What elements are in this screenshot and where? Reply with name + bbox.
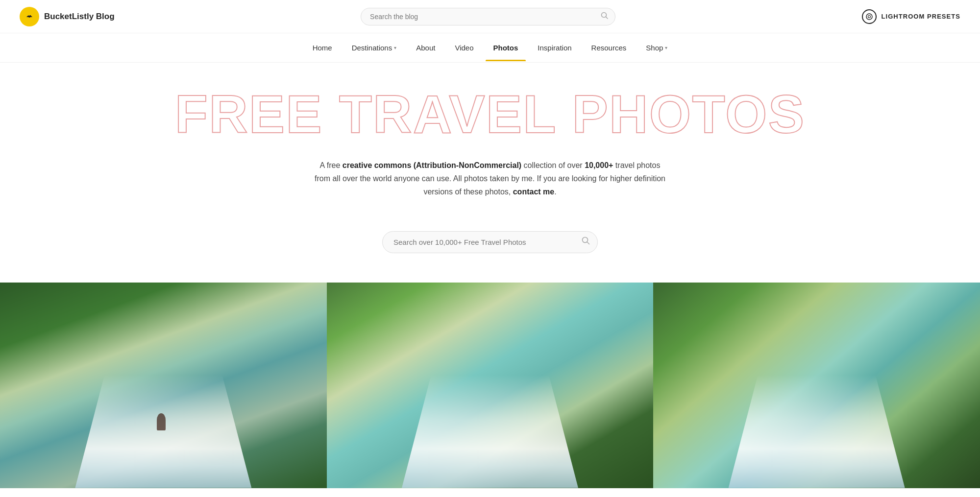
- main-nav: HomeDestinations▾AboutVideoPhotosInspira…: [0, 33, 980, 63]
- nav-item-about[interactable]: About: [408, 35, 443, 61]
- nav-item-inspiration[interactable]: Inspiration: [530, 35, 579, 61]
- shop-chevron-icon: ▾: [665, 45, 667, 50]
- svg-point-1: [30, 15, 31, 16]
- lightroom-label: LIGHTROOM PRESETS: [882, 13, 960, 20]
- lightroom-icon: [862, 9, 877, 24]
- nav-item-resources[interactable]: Resources: [584, 35, 635, 61]
- logo-text: BucketListly Blog: [44, 12, 115, 22]
- svg-point-4: [866, 14, 872, 20]
- photo-grid: [0, 283, 980, 488]
- photo-search-section: [0, 231, 980, 253]
- destinations-chevron-icon: ▾: [394, 45, 396, 50]
- lightroom-presets-link[interactable]: LIGHTROOM PRESETS: [862, 9, 960, 24]
- nav-item-shop[interactable]: Shop▾: [638, 35, 675, 61]
- photo-search-input[interactable]: [382, 231, 598, 253]
- svg-point-5: [868, 15, 870, 18]
- photo-cell-3[interactable]: [653, 283, 980, 488]
- hero-desc-bold1: creative commons (Attribution-NonCommerc…: [343, 161, 521, 169]
- logo[interactable]: BucketListly Blog: [20, 7, 115, 26]
- header-search-input[interactable]: [361, 8, 615, 25]
- photo-cell-2[interactable]: [327, 283, 654, 488]
- contact-me-link[interactable]: contact me: [513, 188, 554, 196]
- nav-item-video[interactable]: Video: [447, 35, 481, 61]
- nav-item-destinations[interactable]: Destinations▾: [344, 35, 405, 61]
- hero-desc-prefix: A free: [320, 161, 343, 169]
- hero-desc-bold2: 10,000+: [585, 161, 613, 169]
- header-search-wrap: [361, 8, 615, 25]
- photo-search-inner: [382, 231, 598, 253]
- hero-section: FREE TRAVEL PHOTOS A free creative commo…: [0, 63, 980, 231]
- hero-desc-end: .: [554, 188, 556, 196]
- hero-description: A free creative commons (Attribution-Non…: [314, 159, 666, 199]
- site-header: BucketListly Blog LIGHTROOM PRESETS: [0, 0, 980, 33]
- nav-item-home[interactable]: Home: [305, 35, 340, 61]
- nav-item-photos[interactable]: Photos: [486, 35, 526, 61]
- hero-title: FREE TRAVEL PHOTOS: [20, 87, 960, 141]
- photo-cell-1[interactable]: [0, 283, 327, 488]
- hero-desc-middle: collection of over: [521, 161, 585, 169]
- logo-icon: [20, 7, 39, 26]
